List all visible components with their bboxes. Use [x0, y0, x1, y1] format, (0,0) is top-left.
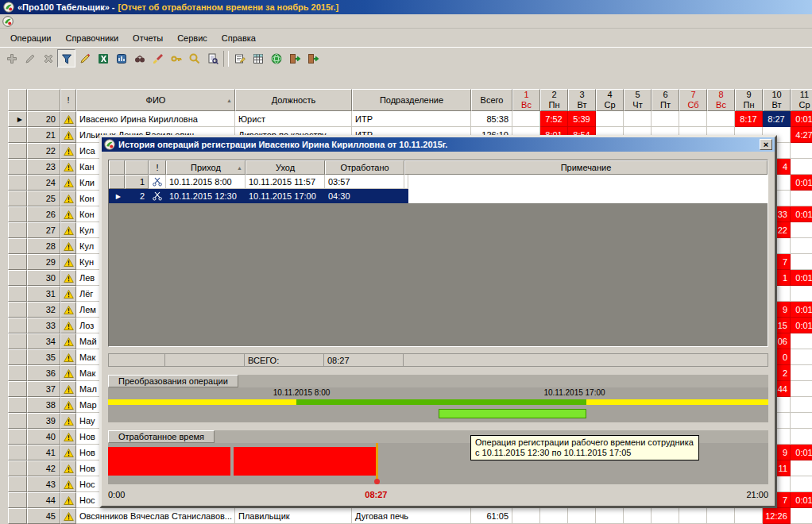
cell-worked[interactable]: 04:30 — [325, 189, 404, 203]
operation-row[interactable]: ▶210.11.2015 12:3010.11.2015 17:0004:30 — [109, 189, 768, 203]
search-icon[interactable] — [185, 49, 203, 67]
day-cell[interactable] — [652, 508, 679, 524]
worked-bar-2[interactable] — [234, 447, 376, 476]
day-cell[interactable] — [791, 460, 812, 476]
day-column-header[interactable]: 7Сб — [679, 89, 707, 111]
excel-export-icon[interactable] — [94, 49, 112, 67]
day-column-header[interactable]: 4Ср — [596, 89, 624, 111]
cell-arrival[interactable]: 10.11.2015 8:00 — [166, 175, 246, 189]
exit-icon[interactable] — [285, 49, 304, 67]
day-cell[interactable] — [791, 397, 812, 413]
col-total[interactable]: Всего — [471, 89, 512, 111]
filter-icon[interactable] — [57, 49, 75, 67]
day-cell[interactable] — [624, 508, 652, 524]
day-cell[interactable] — [791, 476, 812, 492]
day-cell[interactable]: 0:01 — [791, 206, 812, 222]
day-cell[interactable] — [679, 111, 707, 127]
day-cell[interactable]: 7:52 — [540, 111, 568, 127]
close-icon[interactable]: × — [760, 139, 772, 150]
day-cell[interactable] — [735, 508, 763, 524]
day-cell[interactable] — [791, 222, 812, 238]
summary-table-icon[interactable] — [249, 49, 267, 67]
day-cell[interactable] — [679, 508, 707, 524]
cell-fio[interactable]: Ивасенко Ирина Кирилловна — [76, 111, 235, 127]
col-arrival[interactable]: Приход ▲ — [166, 160, 246, 175]
day-cell[interactable] — [624, 111, 652, 127]
col-department[interactable]: Подразделение — [352, 89, 471, 111]
day-cell[interactable] — [596, 508, 624, 524]
view-icon[interactable] — [130, 49, 149, 67]
day-cell[interactable] — [791, 333, 812, 349]
day-column-header[interactable]: 10Вт — [763, 89, 791, 111]
day-cell[interactable] — [652, 111, 679, 127]
cell-departure[interactable]: 10.11.2015 11:57 — [246, 175, 325, 189]
edit-icon[interactable] — [21, 49, 39, 67]
delete-icon[interactable] — [39, 49, 57, 67]
col-note[interactable]: Примечание — [404, 160, 768, 175]
day-cell[interactable] — [791, 254, 812, 270]
col-position[interactable]: Должность — [235, 89, 352, 111]
day-cell[interactable] — [540, 508, 568, 524]
col-warn[interactable]: ! — [60, 89, 76, 111]
day-cell[interactable] — [791, 143, 812, 159]
menu-item-directories[interactable]: Справочники — [58, 32, 126, 44]
day-cell[interactable]: 8:27 — [763, 111, 791, 127]
day-cell[interactable]: 4:27 — [791, 127, 812, 143]
menu-item-operations[interactable]: Операции — [3, 32, 58, 44]
day-cell[interactable]: 12:26 — [763, 508, 791, 524]
day-cell[interactable] — [791, 413, 812, 429]
cell-worked[interactable]: 03:57 — [325, 175, 404, 189]
col-warn[interactable]: ! — [149, 160, 166, 175]
cell-position[interactable]: Юрист — [235, 111, 352, 127]
worked-bar-1[interactable] — [108, 447, 230, 476]
day-column-header[interactable]: 2Пн — [540, 89, 568, 111]
day-cell[interactable] — [791, 508, 812, 524]
day-cell[interactable] — [791, 365, 812, 381]
day-column-header[interactable]: 9Пн — [735, 89, 763, 111]
day-cell[interactable] — [512, 111, 540, 127]
cell-total[interactable]: 85:38 — [471, 111, 512, 127]
menu-item-help[interactable]: Справка — [215, 32, 263, 44]
table-row[interactable]: ▶20Ивасенко Ирина КирилловнаЮристИТР85:3… — [8, 111, 812, 127]
time-globe-icon[interactable] — [267, 49, 285, 67]
day-cell[interactable] — [791, 238, 812, 254]
day-column-header[interactable]: 8Вс — [707, 89, 735, 111]
key-icon[interactable] — [167, 49, 185, 67]
add-icon[interactable] — [2, 49, 21, 67]
day-cell[interactable]: 0:01 — [791, 318, 812, 333]
preview-icon[interactable] — [203, 49, 222, 67]
cell-departure[interactable]: 10.11.2015 17:00 — [246, 189, 325, 203]
day-cell[interactable] — [791, 191, 812, 206]
day-cell[interactable] — [791, 381, 812, 397]
cell-total[interactable]: 61:05 — [471, 508, 512, 524]
format-brush-icon[interactable] — [149, 49, 167, 67]
operation-span-bar[interactable] — [296, 399, 586, 405]
cell-arrival[interactable]: 10.11.2015 12:30 — [166, 189, 246, 203]
report-icon[interactable] — [112, 49, 130, 67]
day-cell[interactable] — [791, 429, 812, 445]
pen-icon[interactable] — [75, 49, 94, 67]
day-cell[interactable] — [512, 508, 540, 524]
mdi-child-icon[interactable] — [2, 16, 14, 27]
day-cell[interactable] — [568, 508, 596, 524]
day-column-header[interactable]: 6Пт — [652, 89, 679, 111]
day-cell[interactable] — [707, 111, 735, 127]
day-cell[interactable] — [596, 111, 624, 127]
logout-icon[interactable] — [304, 49, 322, 67]
menu-item-reports[interactable]: Отчеты — [126, 32, 170, 44]
day-cell[interactable] — [791, 349, 812, 365]
cell-department[interactable]: Дуговая печь — [352, 508, 471, 524]
day-column-header[interactable]: 11Ср — [791, 89, 812, 111]
day-cell[interactable]: 0:01 — [791, 445, 812, 460]
day-cell[interactable] — [791, 286, 812, 302]
cell-note[interactable] — [404, 189, 408, 203]
day-column-header[interactable]: 3Вт — [568, 89, 596, 111]
cell-note[interactable] — [404, 175, 408, 189]
col-worked[interactable]: Отработано — [325, 160, 404, 175]
day-column-header[interactable]: 5Чт — [624, 89, 652, 111]
dialog-title-bar[interactable]: История операций регистрации Ивасенко Ир… — [102, 137, 775, 152]
day-cell[interactable]: 5:39 — [568, 111, 596, 127]
day-cell[interactable] — [791, 159, 812, 175]
table-row[interactable]: 45Овсянников Вячеслав Станиславов...Плав… — [8, 508, 812, 524]
day-cell[interactable] — [707, 508, 735, 524]
